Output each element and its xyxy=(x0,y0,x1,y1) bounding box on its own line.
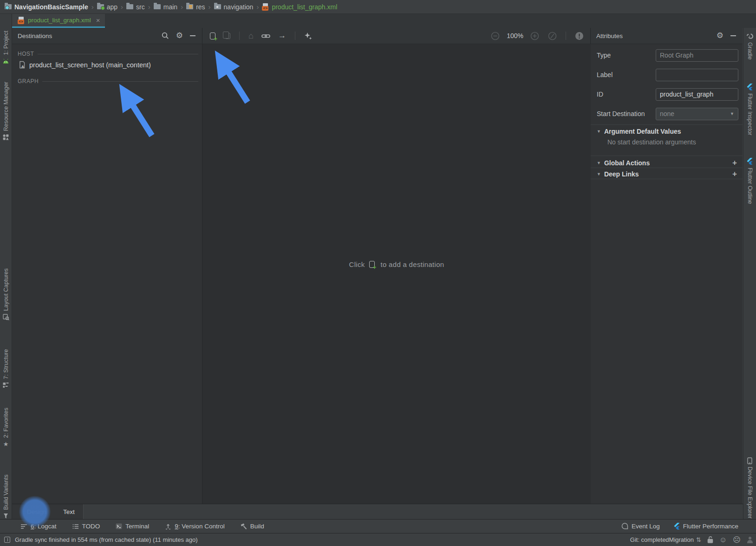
build-hammer-icon xyxy=(241,523,247,530)
layout-host-icon: A xyxy=(19,61,26,69)
tab-design[interactable]: Design xyxy=(19,504,55,519)
id-field[interactable]: product_list_graph xyxy=(656,88,738,101)
right-tool-stripe: Gradle Flutter Inspector Flutter Outline… xyxy=(743,14,756,533)
tab-text[interactable]: Text xyxy=(55,504,83,519)
breadcrumb-item-src[interactable]: src xyxy=(126,3,145,11)
breadcrumb-separator: › xyxy=(148,3,150,11)
collapse-triangle-icon[interactable]: ▼ xyxy=(597,161,601,165)
sidebar-item-build-variants[interactable]: Build Variants xyxy=(0,474,12,520)
structure-icon xyxy=(2,382,10,389)
add-destination-icon xyxy=(369,261,375,268)
label-field[interactable] xyxy=(656,69,738,81)
toolwindow-terminal[interactable]: Terminal xyxy=(116,523,149,530)
toolwindow-version-control[interactable]: 9: Version Control xyxy=(165,523,224,530)
sidebar-item-favorites[interactable]: 2: Favorites ★ xyxy=(0,408,12,448)
left-tool-stripe: 1: Project Resource Manager Layout Captu… xyxy=(0,14,12,533)
breadcrumb-separator: › xyxy=(91,3,94,11)
toolwindow-event-log[interactable]: Event Log xyxy=(621,523,660,530)
collapse-triangle-icon[interactable]: ▼ xyxy=(597,129,601,134)
flutter-icon xyxy=(746,158,754,165)
breadcrumb-separator: › xyxy=(256,3,259,11)
todo-icon xyxy=(72,524,79,529)
type-field: Root Graph xyxy=(656,49,738,62)
hide-panel-icon[interactable] xyxy=(190,35,196,36)
zoom-in-icon[interactable] xyxy=(530,32,539,40)
sad-face-icon[interactable]: ☹ xyxy=(733,535,741,544)
add-global-action-button[interactable]: + xyxy=(732,159,743,167)
resources-folder-icon xyxy=(186,4,193,9)
add-deep-link-button[interactable]: + xyxy=(732,170,743,178)
host-destination-item[interactable]: A product_list_screen_host (main_content… xyxy=(12,57,202,72)
zoom-to-fit-icon[interactable] xyxy=(548,32,557,40)
link-destinations-icon[interactable] xyxy=(261,33,270,39)
xml-file-icon: <> xyxy=(18,17,25,24)
happy-face-icon[interactable]: ☺ xyxy=(719,536,727,544)
breadcrumb-separator: › xyxy=(209,3,211,11)
editor-margins-icon[interactable] xyxy=(4,537,10,543)
type-label: Type xyxy=(597,49,654,62)
breadcrumb-item-project[interactable]: NavigationBasicSample xyxy=(5,3,88,11)
nested-graph-icon[interactable] xyxy=(225,33,230,39)
editor-tab-product-list-graph[interactable]: <> product_list_graph.xml × xyxy=(12,14,105,28)
canvas-empty-hint: Click to add a destination xyxy=(202,260,591,268)
attributes-panel-header: Attributes ⚙ xyxy=(591,28,743,44)
add-destination-icon[interactable] xyxy=(210,32,215,39)
sidebar-item-device-file-explorer[interactable]: Device File Explorer xyxy=(743,457,756,519)
search-icon[interactable] xyxy=(162,32,169,39)
breadcrumb-separator: › xyxy=(121,3,123,11)
breadcrumb-item-navigation[interactable]: navigation xyxy=(214,3,254,11)
navigation-canvas[interactable]: Click to add a destination xyxy=(202,44,591,504)
status-bar: Gradle sync finished in 554 ms (from cac… xyxy=(0,533,756,546)
gradle-icon xyxy=(746,32,754,40)
host-destination-label: product_list_screen_host (main_content) xyxy=(29,61,151,69)
editor-tab-bar: <> product_list_graph.xml × xyxy=(12,14,756,28)
sidebar-item-project[interactable]: 1: Project xyxy=(0,31,12,65)
xml-file-icon: <> xyxy=(262,3,269,11)
home-icon[interactable]: ⌂ xyxy=(248,32,254,39)
toolwindow-flutter-performance[interactable]: Flutter Performance xyxy=(674,523,738,530)
start-destination-dropdown[interactable]: none ▼ xyxy=(656,108,738,120)
section-deep-links[interactable]: ▼ Deep Links + xyxy=(591,170,743,178)
lock-icon[interactable] xyxy=(707,536,713,543)
toolwindow-todo[interactable]: TODO xyxy=(72,523,100,530)
close-icon[interactable]: × xyxy=(96,16,100,24)
zoom-out-icon[interactable] xyxy=(491,32,500,40)
host-section-header: HOST xyxy=(12,51,202,57)
destinations-panel: HOST A product_list_screen_host (main_co… xyxy=(12,44,202,504)
gear-icon[interactable]: ⚙ xyxy=(717,32,723,39)
breadcrumb-item-file[interactable]: <> product_list_graph.xml xyxy=(262,3,337,11)
section-global-actions[interactable]: ▼ Global Actions + xyxy=(591,159,743,167)
sidebar-item-flutter-inspector[interactable]: Flutter Inspector xyxy=(743,84,756,135)
event-log-icon xyxy=(621,523,628,530)
issues-icon[interactable] xyxy=(575,32,584,40)
sidebar-item-layout-captures[interactable]: Layout Captures xyxy=(0,268,12,321)
git-update-icon: ⇅ xyxy=(696,536,701,543)
git-branch-widget[interactable]: Git: completedMigration ⇅ xyxy=(630,536,701,543)
svg-text:A: A xyxy=(21,65,24,69)
graph-section-header: GRAPH xyxy=(12,78,202,84)
user-icon[interactable] xyxy=(747,537,753,543)
toolwindow-build[interactable]: Build xyxy=(241,523,264,530)
android-studio-window: NavigationBasicSample › app › src › main… xyxy=(0,0,756,546)
breadcrumb-item-app[interactable]: app xyxy=(97,3,117,11)
sidebar-item-gradle[interactable]: Gradle xyxy=(743,32,756,60)
collapse-triangle-icon[interactable]: ▼ xyxy=(597,172,601,176)
sidebar-item-resource-manager[interactable]: Resource Manager xyxy=(0,82,12,141)
hide-panel-icon[interactable] xyxy=(730,35,736,36)
section-argument-default-values[interactable]: ▼ Argument Default Values xyxy=(591,128,743,135)
id-label: ID xyxy=(597,88,654,101)
breadcrumb-item-res[interactable]: res xyxy=(186,3,205,11)
breadcrumb-separator: › xyxy=(181,3,183,11)
logcat-icon xyxy=(20,524,27,529)
gear-icon[interactable]: ⚙ xyxy=(176,32,183,39)
auto-arrange-icon[interactable] xyxy=(304,32,312,40)
mode-tab-filler xyxy=(83,504,756,519)
android-icon xyxy=(2,58,10,65)
breadcrumb-item-main[interactable]: main xyxy=(154,3,177,11)
toolwindow-logcat[interactable]: 6: Logcat xyxy=(20,523,57,530)
destinations-title: Destinations xyxy=(12,32,52,39)
sidebar-item-structure[interactable]: 7: Structure xyxy=(0,349,12,389)
sidebar-item-flutter-outline[interactable]: Flutter Outline xyxy=(743,158,756,204)
status-message[interactable]: Gradle sync finished in 554 ms (from cac… xyxy=(15,536,198,543)
action-arrow-icon[interactable]: → xyxy=(278,32,286,39)
